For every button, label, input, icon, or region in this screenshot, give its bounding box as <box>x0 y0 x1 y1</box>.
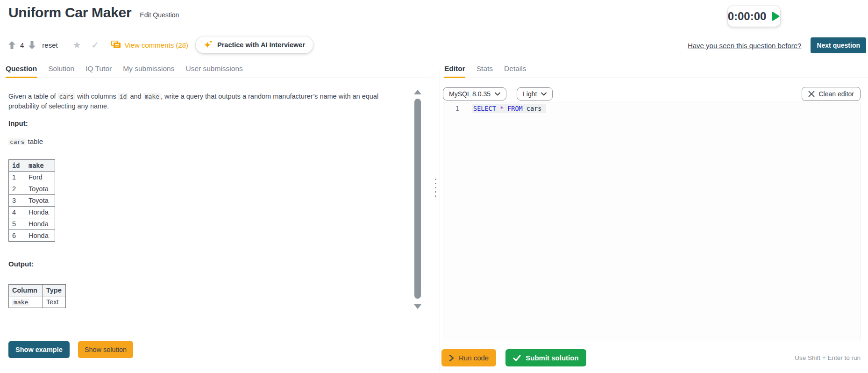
practice-ai-button[interactable]: Practice with AI Interviewer <box>196 36 313 53</box>
right-panel-tabs: Editor Stats Details <box>441 61 868 78</box>
timer-play-button[interactable] <box>771 11 780 22</box>
tab-iq-tutor[interactable]: IQ Tutor <box>85 65 112 78</box>
cars-code-chip: cars <box>8 138 26 145</box>
output-label: Output: <box>8 260 34 268</box>
mark-done-icon[interactable]: ✓ <box>92 41 99 50</box>
chevron-down-icon <box>495 92 500 96</box>
language-select[interactable]: MySQL 8.0.35 <box>443 87 506 100</box>
table-row: 5Honda <box>9 218 55 230</box>
next-question-button[interactable]: Next question <box>811 37 866 53</box>
theme-select[interactable]: Light <box>517 87 553 100</box>
favorite-star-icon[interactable]: ★ <box>73 40 81 50</box>
input-caption-text: table <box>26 137 43 145</box>
tab-question[interactable]: Question <box>6 65 37 78</box>
output-column-header: Column <box>9 285 43 296</box>
language-select-value: MySQL 8.0.35 <box>449 90 491 98</box>
vote-count: 4 <box>20 41 24 49</box>
run-code-label: Run code <box>459 354 489 362</box>
scrollbar-up-arrow[interactable] <box>414 90 421 94</box>
output-table: ColumnType makeText <box>8 284 66 308</box>
upvote-icon <box>8 41 15 49</box>
play-icon <box>771 11 780 22</box>
chevron-right-icon <box>449 354 454 362</box>
app: Uniform Car Maker Edit Question 0:00:00 … <box>0 0 868 373</box>
input-table-header-row: idmake <box>9 160 55 172</box>
question-text: Given a table of cars with columns id an… <box>8 92 402 111</box>
tab-editor[interactable]: Editor <box>444 65 465 78</box>
clean-editor-button[interactable]: Clean editor <box>802 87 861 101</box>
code-line: 1 SELECT * FROM cars <box>443 104 860 113</box>
view-comments-link[interactable]: View comments (28) <box>111 41 188 49</box>
header-right-meta: Have you seen this question before? Next… <box>688 37 866 53</box>
show-example-button[interactable]: Show example <box>8 341 70 358</box>
show-solution-button[interactable]: Show solution <box>78 341 133 358</box>
edit-question-link[interactable]: Edit Question <box>140 11 179 19</box>
left-action-row: Show example Show solution <box>8 341 133 358</box>
input-table-caption: cars table <box>8 137 43 145</box>
output-table-header-row: ColumnType <box>9 285 66 296</box>
submit-solution-button[interactable]: Submit solution <box>505 349 586 366</box>
close-icon <box>808 91 815 97</box>
timer-display: 0:00:00 <box>728 10 767 23</box>
panel-divider <box>431 70 440 373</box>
input-table: idmake 1Ford2Toyota3Toyota4Honda5Honda6H… <box>8 159 55 242</box>
downvote-button[interactable] <box>28 41 36 49</box>
input-column-header: id <box>9 160 25 172</box>
code-content: SELECT * FROM cars <box>472 104 546 113</box>
table-row: 1Ford <box>9 172 55 183</box>
timer-card: 0:00:00 <box>728 6 780 27</box>
theme-select-value: Light <box>523 90 537 98</box>
seen-before-link[interactable]: Have you seen this question before? <box>688 42 802 50</box>
table-row: 2Toyota <box>9 183 55 195</box>
line-number: 1 <box>443 104 459 113</box>
question-meta-row: 4 reset ★ ✓ View comments (28) Practice … <box>8 36 313 54</box>
tab-solution[interactable]: Solution <box>48 65 74 78</box>
table-row: 3Toyota <box>9 195 55 207</box>
input-label: Input: <box>8 119 28 127</box>
panel-resize-handle[interactable] <box>431 176 440 200</box>
scrollbar-thumb[interactable] <box>414 99 421 299</box>
input-column-header: make <box>25 160 55 172</box>
left-panel-scrollbar <box>413 90 422 322</box>
clean-editor-label: Clean editor <box>819 90 854 98</box>
sparkles-icon <box>204 40 213 50</box>
run-code-button[interactable]: Run code <box>441 349 496 366</box>
code-editor-area[interactable]: 1 SELECT * FROM cars <box>443 102 861 340</box>
submit-solution-label: Submit solution <box>526 354 578 362</box>
checkmark-icon <box>513 355 521 361</box>
view-comments-label: View comments (28) <box>125 41 188 49</box>
tab-user-submissions[interactable]: User submissions <box>185 65 242 78</box>
comment-icon <box>111 41 121 49</box>
tab-my-submissions[interactable]: My submissions <box>123 65 174 78</box>
downvote-icon <box>28 41 36 49</box>
editor-toolbar: MySQL 8.0.35 Light Clean editor <box>443 87 861 101</box>
left-panel-tabs: Question Solution IQ Tutor My submission… <box>0 61 431 78</box>
title-row: Uniform Car Maker Edit Question <box>8 5 179 21</box>
table-row: 4Honda <box>9 207 55 218</box>
reset-link[interactable]: reset <box>42 41 57 49</box>
scrollbar-down-arrow[interactable] <box>414 304 421 309</box>
tab-details[interactable]: Details <box>504 65 526 78</box>
page-title: Uniform Car Maker <box>8 5 131 21</box>
table-row: makeText <box>9 296 66 308</box>
tab-stats[interactable]: Stats <box>477 65 493 78</box>
practice-ai-label: Practice with AI Interviewer <box>217 41 305 49</box>
table-row: 6Honda <box>9 230 55 242</box>
chevron-down-icon <box>541 92 547 96</box>
run-hint: Use Shift + Enter to run <box>795 354 861 361</box>
output-column-header: Type <box>43 285 66 296</box>
editor-action-row: Run code Submit solution Use Shift + Ent… <box>441 349 861 366</box>
upvote-button[interactable] <box>8 41 15 49</box>
